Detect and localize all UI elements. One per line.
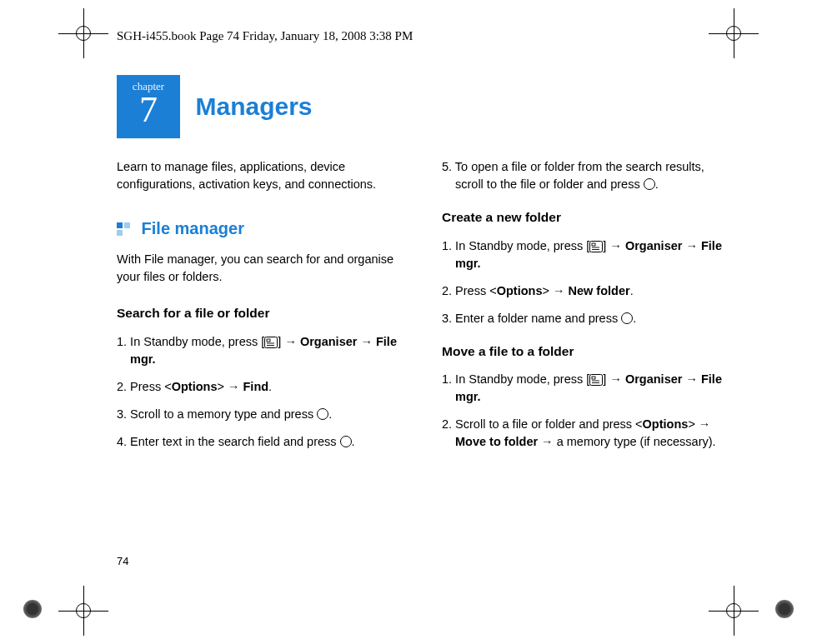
disc-icon: [775, 600, 794, 618]
subhead-create: Create a new folder: [442, 208, 734, 227]
search-step-1: 1. In Standby mode, press [] → Organiser…: [117, 333, 408, 368]
ok-key-icon: [644, 178, 655, 190]
chapter-tab: chapter 7: [117, 75, 180, 138]
search-step-5: 5. To open a file or folder from the sea…: [442, 158, 734, 193]
chapter-title: Managers: [195, 75, 312, 138]
search-step-2: 2. Press <Options> → Find.: [117, 378, 408, 396]
disc-icon: [23, 600, 42, 618]
subhead-search: Search for a file or folder: [117, 304, 408, 322]
svg-rect-4: [267, 339, 270, 342]
create-step-2: 2. Press <Options> → New folder.: [442, 282, 734, 300]
menu-key-icon: [264, 337, 278, 348]
menu-key-icon: [589, 374, 603, 386]
page-number: 74: [117, 555, 128, 567]
chapter-number: 7: [117, 92, 180, 128]
create-step-1: 1. In Standby mode, press [] → Organiser…: [442, 237, 734, 272]
svg-rect-1: [124, 222, 130, 228]
ok-key-icon: [317, 408, 328, 420]
svg-rect-2: [117, 230, 123, 236]
crop-mark-bl: [58, 586, 108, 636]
column-right: 5. To open a file or folder from the sea…: [442, 158, 734, 461]
ok-key-icon: [621, 312, 633, 324]
page-content: chapter 7 Managers Learn to manage files…: [117, 75, 734, 461]
svg-rect-7: [590, 241, 603, 252]
search-step-4: 4. Enter text in the search field and pr…: [117, 433, 408, 451]
section-desc: With File manager, you can search for an…: [117, 251, 408, 286]
move-step-1: 1. In Standby mode, press [] → Organiser…: [442, 371, 734, 406]
svg-rect-3: [265, 337, 278, 347]
ok-key-icon: [340, 436, 352, 447]
svg-rect-0: [117, 222, 123, 228]
section-heading-file-manager: File manager: [117, 217, 408, 241]
crop-mark-br: [709, 586, 759, 636]
section-title: File manager: [142, 219, 244, 237]
menu-key-icon: [589, 241, 603, 252]
intro-text: Learn to manage files, applications, dev…: [117, 158, 408, 193]
squares-icon: [117, 222, 132, 237]
subhead-move: Move a file to a folder: [442, 342, 734, 361]
page-header: SGH-i455.book Page 74 Friday, January 18…: [117, 29, 413, 43]
svg-rect-12: [592, 377, 595, 379]
svg-rect-11: [590, 375, 603, 386]
search-step-3: 3. Scroll to a memory type and press .: [117, 406, 408, 423]
crop-mark-tl: [58, 8, 108, 58]
crop-mark-tr: [709, 8, 759, 58]
move-step-2: 2. Scroll to a file or folder and press …: [442, 416, 734, 451]
chapter-header: chapter 7 Managers: [117, 75, 734, 138]
svg-rect-8: [592, 243, 595, 246]
column-left: Learn to manage files, applications, dev…: [117, 158, 408, 461]
create-step-3: 3. Enter a folder name and press .: [442, 310, 734, 327]
